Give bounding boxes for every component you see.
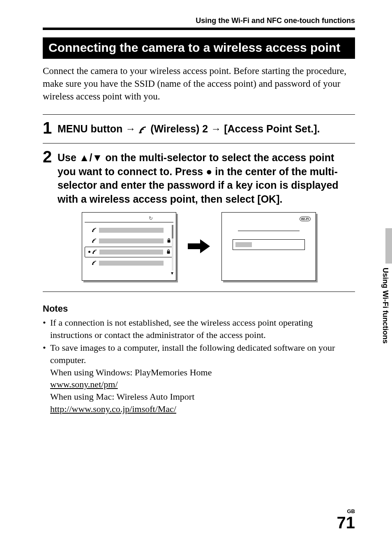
notes-section: Notes • If a connection is not establish…	[43, 303, 355, 415]
wifi-icon	[92, 249, 97, 255]
password-field	[233, 239, 305, 250]
ap-row-selected	[85, 247, 173, 257]
link-playmemories[interactable]: www.sony.net/pm/	[50, 379, 118, 389]
page: Using the Wi-Fi and NFC one-touch functi…	[0, 0, 392, 553]
step-1: 1 MENU button → (Wireless) 2 → [Access P…	[43, 114, 355, 143]
running-header: Using the Wi-Fi and NFC one-touch functi…	[43, 16, 355, 30]
svg-marker-8	[188, 239, 210, 253]
section-title: Connecting the camera to a wireless acce…	[43, 37, 355, 59]
up-triangle-icon: ▲	[79, 152, 90, 163]
step-2-figure: ↻	[43, 212, 355, 281]
page-number: 71	[337, 514, 355, 531]
side-tab-label: Using Wi-Fi functions	[381, 268, 390, 344]
screen-ap-list: ↻	[82, 212, 176, 281]
notes-heading: Notes	[43, 303, 355, 314]
page-footer: GB 71	[337, 508, 355, 531]
wireless-icon	[138, 123, 148, 137]
scrollbar	[172, 225, 173, 271]
step-1-text: MENU button → (Wireless) 2 → [Access Poi…	[58, 120, 320, 137]
screen-password: Wi-Fi	[221, 212, 316, 281]
ap-row	[85, 225, 173, 236]
wifi-icon	[92, 238, 97, 244]
svg-rect-1	[139, 132, 141, 133]
svg-point-3	[92, 241, 94, 243]
svg-point-7	[92, 264, 94, 265]
step-1-number: 1	[43, 120, 53, 136]
side-tab: Using Wi-Fi functions	[377, 228, 392, 368]
svg-rect-6	[167, 251, 170, 254]
down-triangle-icon: ▼	[92, 152, 103, 163]
arrow-right-icon	[188, 239, 210, 253]
ap-row	[85, 236, 173, 246]
lock-icon	[166, 249, 171, 255]
step-2-text: Use ▲/▼ on the multi-selector to select …	[58, 148, 355, 206]
note-item: • If a connection is not established, se…	[43, 317, 355, 341]
arrow-right-icon: →	[125, 123, 136, 134]
center-dot-icon: ●	[206, 166, 212, 177]
note-item: • To save images to a computer, install …	[43, 342, 355, 415]
scroll-down-icon: ▼	[170, 271, 174, 275]
svg-point-2	[92, 231, 94, 232]
step-2: 2 Use ▲/▼ on the multi-selector to selec…	[43, 143, 355, 292]
arrow-right-icon: →	[211, 123, 221, 134]
wifi-badge-icon: Wi-Fi	[300, 217, 311, 221]
svg-point-5	[93, 252, 94, 254]
ap-row	[85, 258, 173, 268]
wifi-icon	[92, 227, 97, 233]
step-2-number: 2	[43, 148, 53, 165]
wifi-icon	[92, 260, 97, 266]
link-wireless-auto-import[interactable]: http://www.sony.co.jp/imsoft/Mac/	[50, 404, 176, 414]
selection-dot-icon	[88, 251, 90, 253]
refresh-icon: ↻	[149, 215, 153, 222]
intro-paragraph: Connect the camera to your wireless acce…	[43, 65, 355, 103]
svg-rect-4	[168, 240, 171, 243]
lock-icon	[166, 238, 172, 244]
